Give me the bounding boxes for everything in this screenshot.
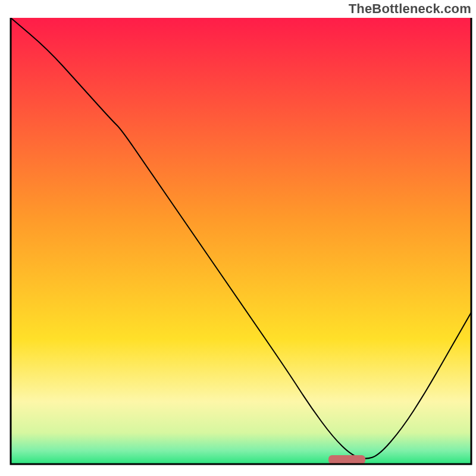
chart-svg <box>0 0 476 476</box>
highlight-marker <box>328 455 365 464</box>
site-watermark: TheBottleneck.com <box>349 1 471 17</box>
chart-container: TheBottleneck.com <box>0 0 476 476</box>
